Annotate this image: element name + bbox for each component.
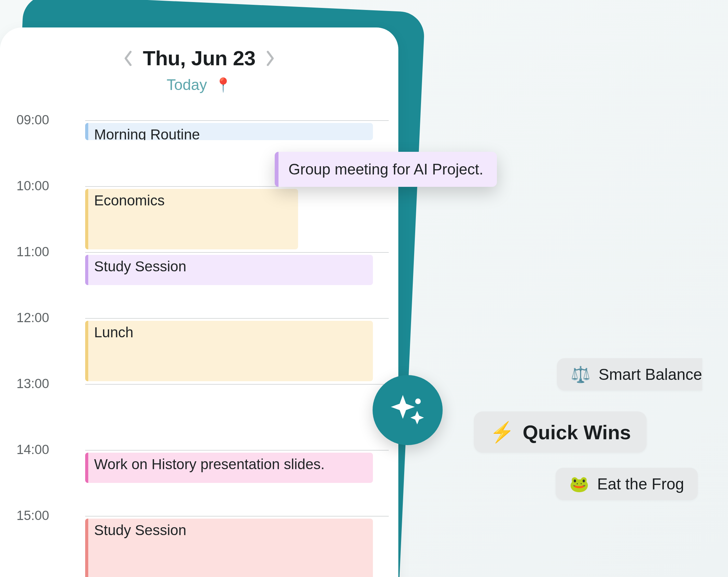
hour-label: 11:00 xyxy=(16,245,75,259)
pin-icon: 📍 xyxy=(215,77,232,93)
suggestion-label: Smart Balance xyxy=(599,365,702,384)
event-study-session-1[interactable]: Study Session xyxy=(85,255,373,285)
frog-icon: 🐸 xyxy=(569,475,589,493)
hour-line xyxy=(85,450,389,451)
hour-row: 10:00 Economics xyxy=(16,186,389,252)
today-label: Today xyxy=(167,76,207,93)
note-color-stripe xyxy=(275,152,278,187)
hour-label: 12:00 xyxy=(16,310,75,325)
suggestion-eat-the-frog[interactable]: 🐸 Eat the Frog xyxy=(556,468,698,500)
event-study-session-2[interactable]: Study Session xyxy=(85,519,373,577)
note-label: Group meeting for AI Project. xyxy=(288,161,483,178)
suggestion-label: Quick Wins xyxy=(523,421,631,444)
svg-point-0 xyxy=(415,398,421,404)
hour-line xyxy=(85,120,389,121)
chevron-left-icon[interactable] xyxy=(123,50,133,67)
hour-row: 13:00 xyxy=(16,384,389,450)
floating-task-note[interactable]: Group meeting for AI Project. xyxy=(275,152,497,187)
event-economics[interactable]: Economics xyxy=(85,189,298,249)
hour-label: 09:00 xyxy=(16,113,75,127)
event-label: Study Session xyxy=(94,522,186,538)
event-label: Morning Routine xyxy=(94,126,200,140)
event-label: Study Session xyxy=(94,258,186,274)
hour-row: 15:00 Study Session xyxy=(16,516,389,577)
hour-line xyxy=(85,516,389,517)
date-navigator: Thu, Jun 23 xyxy=(123,46,275,70)
chevron-right-icon[interactable] xyxy=(265,50,275,67)
hour-label: 13:00 xyxy=(16,376,75,391)
event-label: Work on History presentation slides. xyxy=(94,456,325,472)
calendar-card: Thu, Jun 23 Today 📍 09:00 Morning Routin… xyxy=(0,27,398,577)
hour-label: 15:00 xyxy=(16,508,75,523)
event-morning-routine[interactable]: Morning Routine xyxy=(85,123,373,140)
hour-row: 14:00 Work on History presentation slide… xyxy=(16,450,389,516)
scales-icon: ⚖️ xyxy=(571,365,590,384)
date-title: Thu, Jun 23 xyxy=(143,46,255,70)
suggestion-smart-balance[interactable]: ⚖️ Smart Balance xyxy=(557,358,702,391)
hour-label: 10:00 xyxy=(16,179,75,193)
hour-line xyxy=(85,318,389,319)
ai-suggest-button[interactable] xyxy=(373,375,443,445)
hour-row: 12:00 Lunch xyxy=(16,318,389,384)
hour-label: 14:00 xyxy=(16,442,75,457)
event-lunch[interactable]: Lunch xyxy=(85,321,373,381)
sparkle-icon xyxy=(388,390,428,430)
event-label: Lunch xyxy=(94,324,133,340)
hour-row: 11:00 Study Session xyxy=(16,252,389,318)
suggestion-quick-wins[interactable]: ⚡ Quick Wins xyxy=(474,411,647,453)
suggestion-label: Eat the Frog xyxy=(597,475,684,493)
hour-line xyxy=(85,384,389,385)
lightning-icon: ⚡ xyxy=(490,420,514,444)
event-history-slides[interactable]: Work on History presentation slides. xyxy=(85,453,373,483)
event-label: Economics xyxy=(94,192,164,208)
today-row[interactable]: Today 📍 xyxy=(167,76,231,93)
hour-line xyxy=(85,252,389,253)
calendar-header: Thu, Jun 23 Today 📍 xyxy=(0,46,398,93)
